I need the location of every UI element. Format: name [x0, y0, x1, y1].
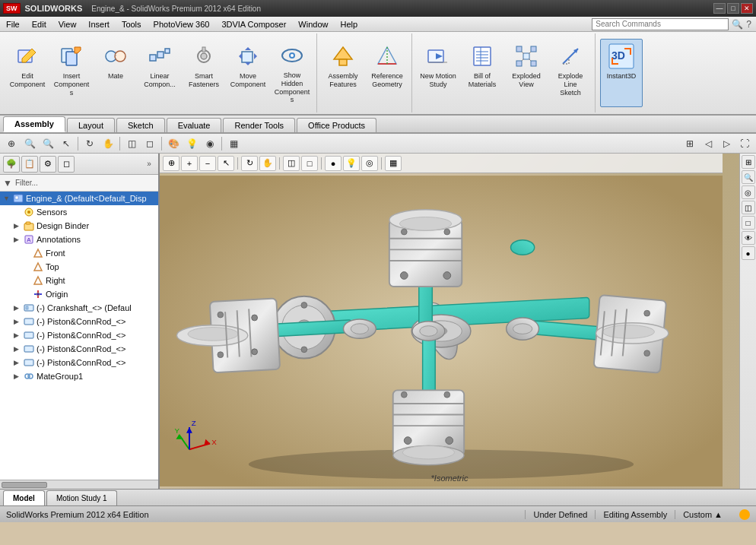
tree-expand-piston1[interactable]: ▶ [14, 318, 23, 325]
menu-insert[interactable]: Insert [82, 17, 116, 31]
vp-display[interactable]: □ [301, 156, 318, 171]
tab-sketch[interactable]: Sketch [116, 118, 165, 132]
tree-expand-design-binder[interactable]: ▶ [14, 222, 23, 230]
tree-item-piston3[interactable]: ▶ (-) Piston&ConnRod_<> [0, 342, 158, 356]
tree-item-front[interactable]: Front [0, 246, 158, 260]
menu-help[interactable]: Help [334, 17, 364, 31]
horizontal-scrollbar[interactable] [0, 480, 158, 489]
menu-3dvia[interactable]: 3DVIA Composer [215, 17, 292, 31]
rt-fit-button[interactable]: ⊞ [742, 155, 755, 169]
move-component-button[interactable]: MoveComponent [227, 39, 269, 107]
tree-item-mategroup[interactable]: ▶ MateGroup1 [0, 369, 158, 383]
search-input[interactable] [592, 18, 729, 30]
minimize-button[interactable]: — [713, 3, 726, 14]
tree-expand-piston4[interactable]: ▶ [14, 359, 23, 366]
scroll-thumb[interactable] [2, 482, 47, 488]
vp-pan[interactable]: ✋ [259, 156, 276, 171]
rotate-button[interactable]: ↻ [81, 135, 98, 152]
tree-item-root[interactable]: ▼ Engine_& (Default<Default_Disp [0, 192, 158, 205]
menu-photoview[interactable]: PhotoView 360 [148, 17, 216, 31]
rt-orient-button[interactable]: ◎ [742, 185, 755, 199]
bill-of-materials-button[interactable]: Bill ofMaterials [461, 39, 503, 107]
menu-tools[interactable]: Tools [116, 17, 148, 31]
rt-hide-button[interactable]: 👁 [742, 231, 755, 245]
zoom-out-button[interactable]: 🔍 [40, 135, 56, 152]
rt-zoom-button[interactable]: 🔍 [742, 170, 755, 184]
section-view-button[interactable]: ◫ [123, 135, 140, 152]
explode-line-sketch-button[interactable]: ExplodeLineSketch [549, 39, 592, 107]
assembly-features-button[interactable]: AssemblyFeatures [322, 39, 364, 107]
tree-expand-crankshaft[interactable]: ▶ [14, 304, 23, 312]
vp-zoom-fit[interactable]: ⊕ [163, 156, 179, 171]
view-orient-button[interactable]: ⊞ [681, 135, 698, 152]
previous-view-button[interactable]: ◁ [700, 135, 716, 152]
tree-item-annotations[interactable]: ▶ A Annotations [0, 233, 158, 246]
vp-section[interactable]: ◫ [283, 156, 300, 171]
vp-scene[interactable]: 💡 [343, 156, 360, 171]
reference-geometry-button[interactable]: ReferenceGeometry [366, 39, 408, 107]
menu-edit[interactable]: Edit [26, 17, 52, 31]
config-manager-button[interactable]: ⚙ [40, 156, 56, 173]
tree-expand-root[interactable]: ▼ [3, 195, 12, 202]
dim-expert-button[interactable]: ◻ [58, 156, 75, 173]
edit-component-button[interactable]: EditComponent [6, 39, 49, 107]
new-motion-study-button[interactable]: New MotionStudy [417, 39, 459, 107]
vp-appear[interactable]: ● [325, 156, 341, 171]
scene-button[interactable]: 💡 [183, 135, 200, 152]
bottom-tab-motion-study[interactable]: Motion Study 1 [46, 490, 117, 505]
vp-rotate[interactable]: ↻ [241, 156, 258, 171]
vp-grid[interactable]: ▦ [385, 156, 402, 171]
insert-components-button[interactable]: InsertComponents [50, 39, 93, 107]
tree-expand-piston2[interactable]: ▶ [14, 331, 23, 339]
vp-zoom-in[interactable]: + [181, 156, 198, 171]
tree-expand-annotations[interactable]: ▶ [14, 236, 23, 243]
tab-render-tools[interactable]: Render Tools [223, 118, 295, 132]
tree-item-piston1[interactable]: ▶ (-) Piston&ConnRod_<> [0, 315, 158, 328]
tree-item-piston2[interactable]: ▶ (-) Piston&ConnRod_<> [0, 328, 158, 342]
bottom-tab-model[interactable]: Model [3, 490, 45, 505]
realview-button[interactable]: ◉ [202, 135, 218, 152]
tree-item-right[interactable]: Right [0, 274, 158, 287]
property-manager-button[interactable]: 📋 [21, 156, 38, 173]
linear-component-button[interactable]: LinearCompon... [138, 39, 181, 107]
tab-assembly[interactable]: Assembly [3, 116, 65, 132]
show-hidden-button[interactable]: ShowHiddenComponents [271, 38, 313, 108]
vp-zoom-out[interactable]: − [199, 156, 216, 171]
tab-evaluate[interactable]: Evaluate [167, 118, 222, 132]
feature-tree-button[interactable]: 🌳 [3, 156, 20, 173]
exploded-view-button[interactable]: ExplodedView [505, 39, 548, 107]
tree-item-sensors[interactable]: Sensors [0, 205, 158, 219]
rt-appear-button[interactable]: ● [742, 246, 755, 260]
smart-fasteners-button[interactable]: SmartFasteners [183, 39, 225, 107]
pan-button[interactable]: ✋ [100, 135, 116, 152]
maximize-button[interactable]: □ [727, 3, 739, 14]
tree-item-crankshaft[interactable]: ▶ (-) Crankshaft_<> (Defaul [0, 301, 158, 315]
rt-section-button[interactable]: ◫ [742, 201, 755, 214]
tree-item-top[interactable]: Top [0, 260, 158, 274]
rt-display-button[interactable]: □ [742, 216, 755, 230]
appearance-button[interactable]: 🎨 [165, 135, 182, 152]
display-style-button[interactable]: ◻ [141, 135, 158, 152]
select-button[interactable]: ↖ [58, 135, 75, 152]
view-options-button[interactable]: ▷ [718, 135, 735, 152]
tree-item-piston4[interactable]: ▶ (-) Piston&ConnRod_<> [0, 356, 158, 369]
fullscreen-button[interactable]: ⛶ [736, 135, 753, 152]
tree-expand-mategroup[interactable]: ▶ [14, 372, 23, 380]
zoom-in-button[interactable]: 🔍 [21, 135, 38, 152]
tree-item-design-binder[interactable]: ▶ Design Binder [0, 219, 158, 233]
view-settings-button[interactable]: ▦ [225, 135, 242, 152]
panel-expand-button[interactable]: » [143, 158, 155, 170]
mate-button[interactable]: Mate [94, 39, 137, 107]
tab-office-products[interactable]: Office Products [297, 118, 376, 132]
viewport[interactable]: ⊕ + − ↖ ↻ ✋ ◫ □ ● 💡 ◎ ▦ [160, 154, 739, 489]
tree-expand-piston3[interactable]: ▶ [14, 345, 23, 353]
tree-item-origin[interactable]: Origin [0, 287, 158, 301]
vp-select[interactable]: ↖ [218, 156, 234, 171]
menu-window[interactable]: Window [292, 17, 334, 31]
vp-realview[interactable]: ◎ [361, 156, 378, 171]
instant3d-button[interactable]: 3D Instant3D [600, 39, 643, 107]
tab-layout[interactable]: Layout [67, 118, 115, 132]
search-help-icon[interactable]: ? [746, 19, 751, 30]
zoom-fit-button[interactable]: ⊕ [3, 135, 20, 152]
menu-view[interactable]: View [52, 17, 83, 31]
